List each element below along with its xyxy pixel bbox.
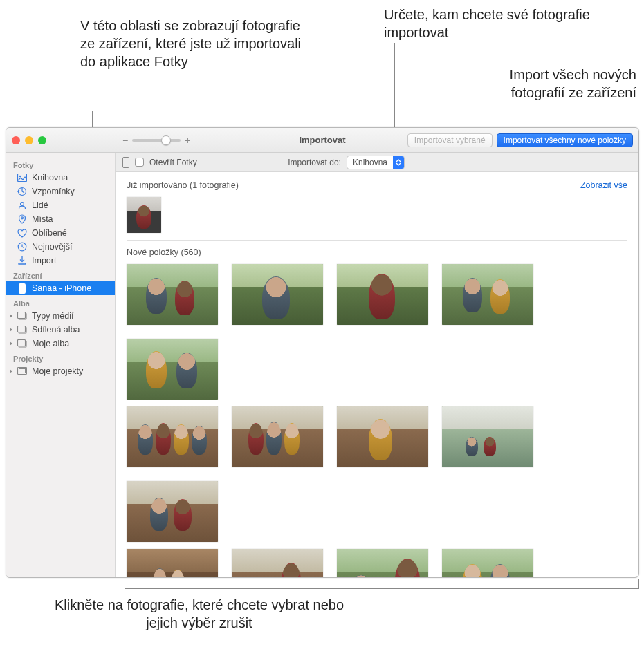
svg-point-4 [21,217,24,219]
titlebar: − + Importovat Importovat vybrané Import… [6,128,638,153]
sidebar-item-favorites[interactable]: Oblíbené [6,226,115,240]
open-photos-label: Otevřít Fotky [149,158,197,167]
sidebar-item-media-types[interactable]: Typy médií [6,309,115,323]
svg-rect-13 [18,340,26,346]
select-arrows-icon [393,156,404,169]
album-icon [17,325,27,335]
phone-icon [17,283,27,293]
svg-rect-9 [18,312,26,319]
sidebar-item-label: Moje alba [32,339,69,348]
svg-point-3 [21,203,24,206]
sidebar-item-my-albums[interactable]: Moje alba [6,337,115,350]
photo-thumbnail[interactable] [127,264,218,325]
open-photos-checkbox[interactable] [135,158,144,167]
import-destination-select[interactable]: Knihovna [347,156,405,169]
memories-icon [17,187,27,196]
photo-thumbnail[interactable] [232,549,323,577]
sidebar-item-label: Knihovna [32,173,68,182]
section-divider [127,240,627,241]
callout-click-select: Klikněte na fotografie, které chcete vyb… [54,596,344,632]
photo-thumbnail[interactable] [127,549,218,577]
new-items-row [127,406,627,542]
sidebar-item-recent[interactable]: Nejnovější [6,240,115,254]
sidebar-item-label: Typy médií [32,311,73,321]
heart-icon [17,228,27,238]
sidebar: Fotky Knihovna Vzpomínky Lidé Místa Oblí… [6,153,116,577]
import-to-label: Importovat do: [288,158,341,167]
new-items-heading: Nové položky (560) [127,247,201,257]
sidebar-item-import[interactable]: Import [6,254,115,268]
callout-bracket [125,579,639,589]
sidebar-item-label: Sdílená alba [32,325,80,335]
zoom-out-icon: − [122,135,128,146]
album-icon [17,339,27,348]
sidebar-item-label: Místa [32,214,53,224]
people-icon [17,200,27,210]
callout-import-all: Import všech nových fotografií ze zaříze… [484,66,636,102]
album-icon [17,311,27,321]
window-controls [12,136,46,144]
import-selected-button[interactable]: Importovat vybrané [407,133,493,147]
close-window-button[interactable] [12,136,20,144]
photo-thumbnail[interactable] [127,406,218,467]
clock-icon [17,242,27,252]
thumbnail-zoom-slider[interactable]: − + [122,135,190,146]
callout-line [627,105,627,129]
sidebar-item-label: Nejnovější [32,242,72,252]
photo-thumbnail[interactable] [127,339,218,400]
zoom-slider-thumb[interactable] [161,135,171,145]
sidebar-item-my-projects[interactable]: Moje projekty [6,364,115,378]
device-icon [122,157,129,168]
places-icon [17,214,27,224]
sidebar-item-label: Sanaa - iPhone [32,283,91,293]
sidebar-item-library[interactable]: Knihovna [6,171,115,185]
sidebar-item-device[interactable]: Sanaa - iPhone [6,281,115,295]
callout-destination: Určete, kam chcete své fotografie import… [384,6,612,41]
sidebar-section-projects: Projekty [6,350,115,364]
photo-thumbnail[interactable] [232,406,323,467]
already-imported-heading: Již importováno (1 fotografie) [127,180,239,190]
photo-thumbnail[interactable] [337,549,428,577]
sidebar-section-devices: Zařízení [6,268,115,281]
zoom-slider-track[interactable] [132,139,181,142]
callout-line [315,589,315,599]
sidebar-item-memories[interactable]: Vzpomínky [6,185,115,198]
library-icon [17,173,27,182]
import-destination-value: Knihovna [347,158,393,167]
new-items-row [127,549,627,577]
sidebar-item-label: Import [32,256,56,265]
sidebar-item-shared-albums[interactable]: Sdílená alba [6,323,115,337]
svg-point-7 [21,291,23,292]
zoom-in-icon: + [185,135,190,146]
window-title: Importovat [299,135,345,145]
sidebar-section-photos: Fotky [6,157,115,171]
sidebar-section-albums: Alba [6,295,115,309]
sidebar-item-label: Vzpomínky [32,187,75,196]
import-all-new-button[interactable]: Importovat všechny nové položky [497,133,633,147]
photo-thumbnail[interactable] [442,264,533,325]
already-imported-row [127,197,627,233]
svg-rect-15 [19,369,26,373]
show-all-link[interactable]: Zobrazit vše [580,180,627,190]
svg-rect-11 [18,326,26,332]
download-icon [17,256,27,265]
sidebar-item-label: Oblíbené [32,228,67,238]
sidebar-item-places[interactable]: Místa [6,212,115,226]
project-icon [17,366,27,376]
app-window: − + Importovat Importovat vybrané Import… [6,127,639,578]
photo-thumbnail[interactable] [127,197,161,233]
photo-thumbnail[interactable] [232,264,323,325]
sidebar-item-label: Moje projekty [32,366,83,376]
import-options-bar: Otevřít Fotky Importovat do: Knihovna [116,153,638,172]
svg-point-1 [19,176,21,177]
photo-thumbnail[interactable] [337,406,428,467]
photo-thumbnail[interactable] [442,406,533,467]
zoom-window-button[interactable] [38,136,46,144]
import-content-area: Již importováno (1 fotografie) Zobrazit … [116,172,638,577]
minimize-window-button[interactable] [25,136,33,144]
photo-thumbnail[interactable] [442,549,533,577]
photo-thumbnail[interactable] [337,264,428,325]
photo-thumbnail[interactable] [127,481,218,542]
callout-already-imported: V této oblasti se zobrazují fotografie z… [80,17,309,71]
sidebar-item-people[interactable]: Lidé [6,198,115,212]
